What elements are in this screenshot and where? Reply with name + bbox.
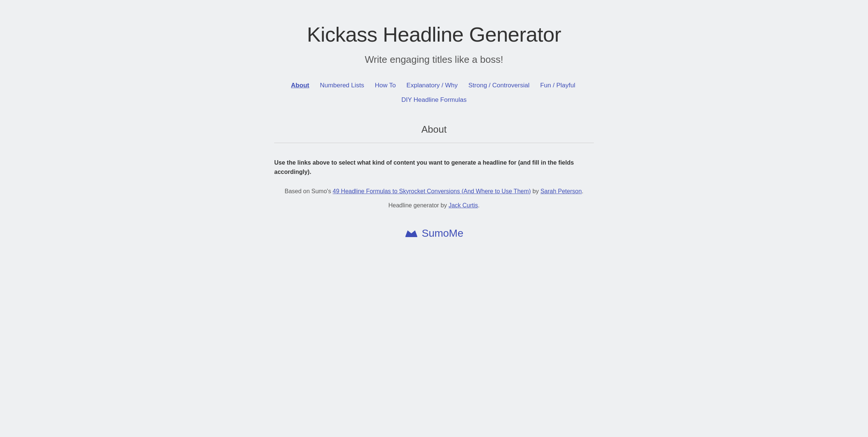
nav-fun-playful[interactable]: Fun / Playful [536,80,580,92]
nav-divider-6 [580,80,582,92]
subtitle: Write engaging titles like a boss! [274,54,594,65]
nav-about[interactable]: About [286,80,314,92]
description-text: Use the links above to select what kind … [274,158,594,177]
navigation: About Numbered Lists How To Explanatory … [274,80,594,105]
nav-explanatory-why[interactable]: Explanatory / Why [402,80,462,92]
nav-strong-controversial[interactable]: Strong / Controversial [464,80,534,92]
crown-icon [405,228,418,239]
nav-numbered-lists[interactable]: Numbered Lists [315,80,369,92]
generator-by-text: Headline generator by Jack Curtis. [274,202,594,209]
nav-how-to[interactable]: How To [370,80,400,92]
based-on-suffix: by [531,188,541,194]
section-title: About [274,124,594,135]
section-divider [274,143,594,143]
svg-rect-1 [405,236,417,237]
author-suffix: . [582,188,583,194]
jack-curtis-link[interactable]: Jack Curtis [448,202,478,208]
svg-marker-0 [405,230,417,236]
sumome-logo-text: SumoMe [422,227,463,239]
based-on-text: Based on Sumo's 49 Headline Formulas to … [274,188,594,195]
nav-diy-formulas[interactable]: DIY Headline Formulas [397,95,471,105]
generator-by-suffix: . [478,202,479,208]
author-link[interactable]: Sarah Peterson [540,188,582,194]
generator-by-prefix: Headline generator by [388,202,448,208]
sumo-article-link[interactable]: 49 Headline Formulas to Skyrocket Conver… [333,188,531,194]
based-on-prefix: Based on Sumo's [285,188,333,194]
main-title: Kickass Headline Generator [274,22,594,46]
content-section: About Use the links above to select what… [274,124,594,239]
page-wrapper: Kickass Headline Generator Write engagin… [267,0,601,262]
sumome-brand: SumoMe [274,227,594,239]
